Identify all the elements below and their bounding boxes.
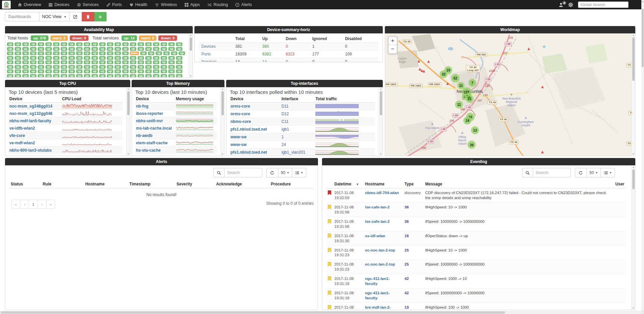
host-status-badge[interactable]: up [161,47,167,51]
host-status-badge[interactable]: up [153,42,159,46]
device-cluster-marker[interactable]: 7 [468,79,476,87]
event-type[interactable]: 36 [405,205,409,209]
host-status-badge[interactable]: up [53,47,59,51]
host-status-badge[interactable]: up [76,47,83,51]
host-status-badge[interactable]: up [45,51,52,55]
scroll-down-icon[interactable]: ▼ [379,153,382,155]
eventlog-search-input[interactable] [533,168,571,177]
device-link[interactable]: ve-mdf-wlan2 [9,141,35,145]
host-status-badge[interactable]: up [107,74,113,77]
eventlog-scrollbar[interactable]: ▲ ▼ [631,165,635,310]
host-status-badge[interactable]: up [99,65,106,69]
graph-sparkline[interactable] [61,125,123,132]
nav-item-routing[interactable]: Routing [203,0,231,9]
host-status-badge[interactable]: up [7,47,13,51]
host-status-badge[interactable]: up [115,69,121,73]
host-status-badge[interactable]: up [45,60,52,64]
host-status-badge[interactable]: up [161,74,167,77]
host-status-badge[interactable]: up [84,56,90,60]
device-link[interactable]: orms-core [230,112,250,116]
host-status-badge[interactable]: up [92,74,98,77]
host-status-badge[interactable]: up [30,65,36,69]
device-link[interactable]: hs-stu-cache [136,148,161,153]
interface-link[interactable]: igb1_vlan201 [282,150,305,155]
host-status-badge[interactable]: up [145,60,152,64]
device-warning-marker[interactable] [427,60,430,63]
host-status-badge[interactable]: up [61,47,67,51]
host-status-badge[interactable]: up [68,47,75,51]
dashboard-select[interactable]: NOC View ▼ [39,12,69,21]
host-status-badge[interactable]: up [176,56,182,60]
summary-row-label[interactable]: Services [199,58,232,62]
zoom-out-button[interactable]: − [388,45,397,53]
host-status-badge[interactable]: up [168,56,175,60]
device-link[interactable]: noc-msm_sg132gg048 [9,111,52,116]
event-type[interactable]: 25 [405,248,409,252]
next-page-button[interactable]: › [37,200,46,209]
host-status-badge[interactable]: up [176,60,182,64]
event-hostname-link[interactable]: ec-noc-lan-2-top [365,248,395,252]
host-status-badge[interactable]: up [179,51,185,55]
host-status-badge[interactable]: up [140,51,147,55]
device-link[interactable]: nb-fog [136,104,148,109]
alerts-header-timestamp[interactable]: Timestamp [128,180,175,188]
host-status-badge[interactable]: up [156,51,162,55]
host-status-badge[interactable]: up [53,56,59,60]
host-status-badge[interactable]: up [153,74,159,77]
event-hostname-link[interactable]: ngc-411-lan1-faculty [365,277,390,286]
host-status-badge[interactable]: up [15,60,21,64]
interface-link[interactable]: D12 [282,112,289,116]
host-status-badge[interactable]: up [99,42,106,46]
host-status-badge[interactable]: up [122,69,129,73]
alerts-header-hostname[interactable]: Hostname [84,180,128,188]
device-link[interactable]: nbhs-unifi-nvr [136,119,163,123]
alerts-search-input[interactable] [224,168,262,177]
host-status-badge[interactable]: up [115,74,121,77]
scroll-down-icon[interactable]: ▼ [632,153,635,155]
nav-item-devices[interactable]: Devices [45,0,73,9]
top-cpu-scrollbar[interactable]: ▲ ▼ [126,87,130,156]
host-status-badge[interactable]: up [22,60,29,64]
event-type[interactable]: 25 [405,262,409,266]
host-status-badge[interactable]: up [76,69,83,73]
event-hostname-link[interactable]: nbms-idf-704-wlan [365,191,399,195]
eventlog-header-user[interactable]: User [610,180,626,188]
event-hostname-link[interactable]: ngc-411-lan1-faculty [365,291,390,300]
graph-sparkline[interactable] [175,117,217,125]
device-link[interactable]: nbms-core [230,119,251,124]
device-link[interactable]: elem-staff-cache [136,141,168,145]
scroll-down-icon[interactable]: ▼ [127,153,130,155]
graph-sparkline[interactable] [315,118,375,126]
host-status-badge[interactable]: up [176,65,182,69]
host-status-badge[interactable]: up [115,56,121,60]
host-status-badge[interactable]: up [168,42,175,46]
host-status-badge[interactable]: up [30,69,36,73]
interface-link[interactable]: C11 [282,119,289,124]
app-logo[interactable] [2,1,11,9]
host-status-badge[interactable]: up [153,56,159,60]
device-link[interactable]: nb-awdb [136,133,152,138]
device-cluster-marker[interactable]: 39 [468,141,476,149]
host-status-badge[interactable]: up [130,42,136,46]
device-link[interactable]: orms-core [230,104,250,109]
host-status-badge[interactable]: up [107,65,113,69]
host-status-badge[interactable]: up [76,56,83,60]
alerts-page-size-button[interactable]: 50 ▼ [278,168,292,177]
top-memory-scrollbar[interactable]: ▲ ▼ [220,87,224,156]
host-status-badge[interactable]: up [168,47,175,51]
scroll-up-icon[interactable]: ▲ [127,88,130,90]
event-type[interactable]: 36 [405,219,409,223]
host-status-badge[interactable]: up [30,47,36,51]
host-status-badge[interactable]: up [176,47,182,51]
graph-sparkline[interactable] [175,132,217,139]
nav-item-health[interactable]: Health [126,0,151,9]
user-menu-button[interactable] [558,2,564,7]
graph-sparkline[interactable] [61,103,123,110]
host-status-badge[interactable]: up [76,65,83,69]
host-status-badge[interactable]: up [130,47,136,51]
host-status-badge[interactable]: up [115,42,121,46]
device-warning-marker[interactable] [527,47,530,50]
host-status-badge[interactable]: up [168,74,175,77]
host-status-badge[interactable]: up [61,74,67,77]
host-status-badge[interactable]: up [7,65,13,69]
